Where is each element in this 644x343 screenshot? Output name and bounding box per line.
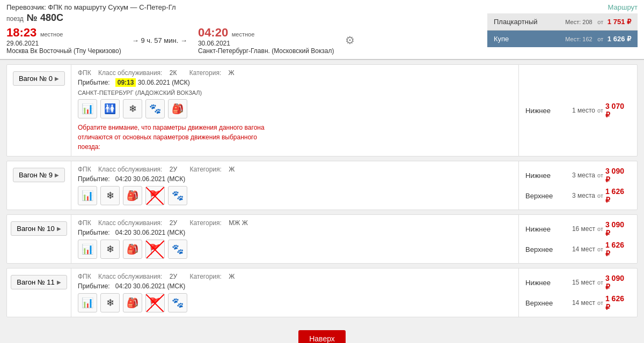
pet-icon: 🐾 — [168, 186, 187, 205]
luggage-icon: 🎒 — [123, 186, 142, 205]
seat-type: Нижнее — [525, 225, 558, 233]
kupe-seats: Мест: 162 — [565, 36, 592, 42]
price-row: Верхнее 14 мест от 1 626 ₽ — [525, 241, 631, 258]
kupe-price-from: от — [597, 36, 603, 42]
wagon-icons: 📊🚻❄🐾🎒 — [78, 99, 512, 118]
snow-icon: ❄ — [100, 293, 120, 312]
wagons-list: Вагон № 0 ▶ФПК Класс обслуживания: 2К Ка… — [0, 60, 644, 343]
snow-icon: ❄ — [123, 99, 142, 118]
pet-icon: 🐾 — [145, 99, 165, 118]
dep-time: 18:23 — [6, 26, 36, 39]
seat-count: 14 мест — [558, 299, 595, 307]
wagon-meta: ФПК Класс обслуживания: 2У Категория: Ж — [78, 273, 512, 280]
arr-date: 30.06.2021 — [198, 40, 334, 47]
no-pet-icon: 🚩 — [145, 186, 165, 205]
wagon-meta: ФПК Класс обслуживания: 2У Категория: МЖ… — [78, 219, 512, 227]
wagon-meta: ФПК Класс обслуживания: 2К Категория: Ж — [78, 69, 512, 77]
seat-type: Нижнее — [525, 172, 558, 180]
plazkart-price-from: от — [597, 19, 603, 25]
wagon-block: Вагон № 0 ▶ФПК Класс обслуживания: 2К Ка… — [6, 64, 638, 156]
header: Перевозчик: ФПК по маршруту Сухум — С-Пе… — [0, 0, 644, 60]
wagon-button[interactable]: Вагон № 0 ▶ — [13, 71, 65, 86]
price-row: Верхнее 14 мест от 1 626 ₽ — [525, 294, 631, 311]
wc-icon: 🚻 — [100, 99, 120, 118]
duration: → 9 ч. 57 мин. → — [132, 36, 187, 44]
arrival-row: Прибытие: 04:20 30.06.2021 (МСК) — [78, 175, 512, 183]
wagon-prices: Нижнее 16 мест от 3 090 ₽ Верхнее 14 мес… — [519, 215, 637, 263]
chart-icon: 📊 — [78, 186, 97, 205]
arr-time-label: местное — [232, 31, 255, 38]
seat-count: 15 мест — [558, 279, 595, 286]
arr-time: 04:20 — [198, 26, 228, 39]
wagon-button[interactable]: Вагон № 9 ▶ — [13, 168, 65, 182]
wagon-block: Вагон № 10 ▶ФПК Класс обслуживания: 2У К… — [6, 214, 638, 264]
plazkart-label: Плацкартный — [494, 18, 538, 26]
arrival-row: Прибытие: 09:13 30.06.2021 (МСК) — [78, 79, 512, 86]
wagon-icons: 📊❄🎒🚩🐾 — [78, 186, 512, 205]
arr-station: Санкт-Петербург-Главн. (Московский Вокза… — [198, 47, 334, 55]
no-pet-icon: 🚩 — [145, 240, 165, 259]
pet-icon: 🐾 — [168, 240, 187, 259]
wagon-prices: Нижнее 15 мест от 3 090 ₽ Верхнее 14 мес… — [519, 269, 637, 317]
seat-type: Верхнее — [525, 299, 558, 307]
wagon-warning: Обратите внимание, что параметры движени… — [78, 123, 512, 152]
wagon-icons: 📊❄🎒🚩🐾 — [78, 293, 512, 312]
dep-time-label: местное — [40, 31, 63, 38]
price-row: Верхнее 3 места от 1 626 ₽ — [525, 187, 631, 204]
wagon-meta: ФПК Класс обслуживания: 2У Категория: Ж — [78, 166, 512, 173]
kupe-row[interactable]: Купе Мест: 162 от 1 626 ₽ — [487, 31, 638, 47]
dep-station: Москва Вк Восточный (Тпу Черкизово) — [6, 47, 121, 55]
train-label: поезд — [6, 15, 24, 23]
price-row: Нижнее 16 мест от 3 090 ₽ — [525, 220, 631, 237]
price-row: Нижнее 15 мест от 3 090 ₽ — [525, 274, 631, 291]
wagon-prices: Нижнее 1 место от 3 070 ₽ — [519, 65, 637, 156]
wagon-block: Вагон № 11 ▶ФПК Класс обслуживания: 2У К… — [6, 268, 638, 317]
wagon-block: Вагон № 9 ▶ФПК Класс обслуживания: 2У Ка… — [6, 161, 638, 210]
chart-icon: 📊 — [78, 240, 97, 259]
kupe-price: 1 626 ₽ — [608, 35, 631, 43]
seat-price: 1 626 ₽ — [605, 294, 631, 311]
back-to-top-button[interactable]: Наверх — [298, 330, 346, 343]
wagon-icons: 📊❄🎒🚩🐾 — [78, 240, 512, 259]
seat-type: Нижнее — [525, 279, 558, 287]
seat-price: 3 090 ₽ — [605, 274, 631, 291]
seat-type: Верхнее — [525, 192, 558, 200]
seat-price: 3 090 ₽ — [605, 220, 631, 237]
chart-icon: 📊 — [78, 293, 97, 312]
dep-date: 29.06.2021 — [6, 40, 121, 47]
no-pet-icon: 🚩 — [145, 293, 165, 312]
seat-count: 14 мест — [558, 245, 595, 253]
seat-price: 1 626 ₽ — [605, 241, 631, 258]
plazkart-seats: Мест: 208 — [565, 19, 592, 25]
arrival-station: САНКТ-ПЕТЕРБУРГ (ЛАДОЖСКИЙ ВОКЗАЛ) — [78, 90, 512, 96]
seat-count: 16 мест — [558, 225, 595, 233]
arrival-row: Прибытие: 04:20 30.06.2021 (МСК) — [78, 282, 512, 290]
plazkart-price: 1 751 ₽ — [608, 18, 631, 26]
plazkart-row[interactable]: Плацкартный Мест: 208 от 1 751 ₽ — [487, 13, 638, 31]
luggage-icon: 🎒 — [123, 293, 142, 312]
carrier-text: Перевозчик: ФПК по маршруту Сухум — С-Пе… — [6, 3, 487, 11]
wagon-button[interactable]: Вагон № 11 ▶ — [11, 275, 67, 289]
arrival-row: Прибытие: 04:20 30.06.2021 (МСК) — [78, 229, 512, 236]
seat-count: 1 место — [558, 107, 595, 114]
gear-icon[interactable]: ⚙ — [345, 34, 355, 47]
route-link[interactable]: Маршрут — [608, 3, 638, 11]
seat-count: 3 места — [558, 192, 595, 199]
seat-count: 3 места — [558, 172, 595, 179]
chart-icon: 📊 — [78, 99, 97, 118]
snow-icon: ❄ — [100, 186, 120, 205]
seat-price: 3 090 ₽ — [605, 167, 631, 184]
price-row: Нижнее 3 места от 3 090 ₽ — [525, 167, 631, 184]
pet-icon: 🐾 — [168, 293, 187, 312]
luggage-icon: 🎒 — [168, 99, 187, 118]
seat-price: 1 626 ₽ — [605, 187, 631, 204]
wagon-button[interactable]: Вагон № 10 ▶ — [11, 221, 67, 236]
seat-type: Верхнее — [525, 245, 558, 253]
kupe-label: Купе — [494, 35, 509, 43]
seat-type: Нижнее — [525, 107, 558, 115]
luggage-icon: 🎒 — [123, 240, 142, 259]
price-row: Нижнее 1 место от 3 070 ₽ — [525, 102, 631, 119]
sidebar: Маршрут Плацкартный Мест: 208 от 1 751 ₽… — [487, 3, 638, 55]
train-number: № 480С — [27, 12, 63, 24]
wagon-prices: Нижнее 3 места от 3 090 ₽ Верхнее 3 мест… — [519, 161, 637, 210]
